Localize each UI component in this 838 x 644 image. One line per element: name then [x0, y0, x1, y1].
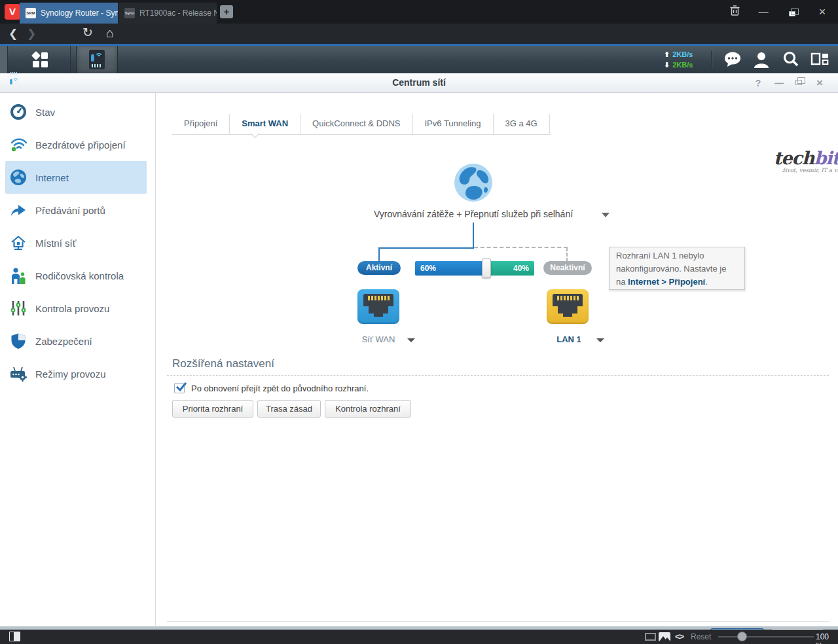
lan-dropdown-icon[interactable]: [596, 338, 604, 342]
sidebar-item-rezimy-provozu[interactable]: Režimy provozu: [5, 357, 147, 390]
restore-checkbox-label: Po obnovení přejít zpět do původního roz…: [191, 384, 369, 393]
zoom-level: 100 %: [816, 632, 838, 644]
show-desktop-button[interactable]: [0, 46, 8, 73]
browser-close-button[interactable]: ×: [816, 5, 829, 18]
mode-selector-dropdown-icon[interactable]: [602, 213, 610, 217]
sidebar-label: Bezdrátové připojení: [35, 139, 126, 151]
notifications-icon[interactable]: [723, 50, 742, 69]
sidebar-item-rodicovska-kontrola[interactable]: Rodičovská kontrola: [5, 259, 147, 292]
images-toggle-icon[interactable]: [659, 632, 670, 641]
advanced-settings-heading: Rozšířená nastavení: [172, 357, 274, 370]
reload-button[interactable]: ↻: [80, 25, 96, 41]
srm-favicon-icon: SRM: [26, 8, 36, 18]
minimize-button[interactable]: —: [771, 77, 787, 90]
load-balance-slider[interactable]: 60% 40%: [415, 261, 534, 276]
sidebar-label: Místní síť: [35, 238, 76, 249]
sidebar-label: Internet: [35, 172, 69, 183]
router-gear-icon: [9, 365, 27, 383]
shield-icon: [9, 332, 27, 350]
connector-line: [378, 247, 380, 262]
sidebar-label: Režimy provozu: [35, 368, 106, 380]
main-menu-icon: [32, 52, 48, 68]
browser-tab-title: RT1900ac - Release Note | S: [139, 9, 217, 18]
back-button[interactable]: ❮: [5, 26, 21, 42]
browser-minimize-button[interactable]: —: [757, 5, 770, 18]
upload-speed: 2KB/s: [672, 49, 693, 60]
zoom-slider-track[interactable]: [718, 636, 814, 637]
connector-line: [473, 223, 474, 247]
maximize-button[interactable]: [795, 80, 802, 85]
wifi-icon: [9, 135, 27, 154]
internet-globe-icon: [453, 162, 494, 206]
user-options-icon[interactable]: [752, 50, 771, 69]
mode-selector-label: Vyrovnávání zátěže + Přepnutí služeb při…: [374, 209, 573, 219]
forward-button[interactable]: ❯: [24, 26, 39, 42]
tab-smart-wan[interactable]: Smart WAN: [230, 114, 301, 134]
sidebar-item-bezdratove-pripojeni[interactable]: Bezdrátové připojení: [5, 128, 147, 161]
footer-divider: [167, 621, 829, 622]
sidebar-item-predavani-portu[interactable]: Předávání portů: [5, 194, 147, 226]
help-button[interactable]: ?: [750, 77, 766, 90]
sidebar-label: Kontrola provozu: [35, 303, 109, 314]
sidebar: Stav Bezdrátové připojení Internet: [0, 93, 156, 626]
sidebar-item-mistni-sit[interactable]: Místní síť: [5, 226, 147, 259]
tab-3g-4g[interactable]: 3G a 4G: [494, 114, 550, 134]
browser-tab-title: Synology Router - Synolog: [41, 9, 118, 18]
sidebar-label: Předávání portů: [35, 205, 105, 216]
browser-tab-inactive[interactable]: Syno RT1900ac - Release Note | S: [118, 3, 217, 24]
vivaldi-logo-icon[interactable]: V: [5, 4, 20, 20]
screen: V SRM Synology Router - Synolog Syno RT1…: [0, 0, 838, 644]
smart-wan-panel: Připojení Smart WAN QuickConnect & DDNS …: [156, 93, 838, 626]
policy-route-button[interactable]: Trasa zásad: [257, 400, 321, 418]
zoom-reset-label[interactable]: Reset: [691, 632, 711, 641]
synology-favicon-icon: Syno: [124, 8, 135, 18]
home-button[interactable]: ⌂: [102, 25, 118, 41]
sidebar-item-zabezpeceni[interactable]: Zabezpečení: [5, 325, 147, 357]
wan-share: 60%: [415, 261, 486, 276]
wan-dropdown-icon[interactable]: [407, 338, 415, 342]
taskbar-divider: [712, 51, 712, 68]
connector-line: [378, 247, 474, 249]
tab-quickconnect-ddns[interactable]: QuickConnect & DDNS: [301, 114, 412, 134]
sidebar-label: Zabezpečení: [35, 336, 92, 347]
zoom-slider-handle[interactable]: [737, 632, 747, 641]
parental-control-icon: [9, 266, 27, 285]
sidebar-item-internet[interactable]: Internet: [5, 161, 147, 194]
trash-icon[interactable]: [728, 5, 741, 18]
interface-check-button[interactable]: Kontrola rozhraní: [325, 400, 411, 418]
lan-share: 40%: [486, 261, 534, 276]
connector-line-dashed: [474, 247, 568, 248]
srm-taskbar: ⬆2KB/s ⬇2KB/s: [0, 46, 838, 73]
interface-priority-button[interactable]: Priorita rozhraní: [172, 400, 253, 418]
lan-port-icon: [547, 289, 589, 324]
connector-line-dashed: [566, 247, 568, 262]
new-tab-button[interactable]: +: [220, 5, 233, 18]
page-frame-icon[interactable]: [645, 633, 656, 641]
browser-tab-bar: V SRM Synology Router - Synolog Syno RT1…: [0, 0, 838, 24]
sidebar-item-kontrola-provozu[interactable]: Kontrola provozu: [5, 292, 147, 325]
window-title-bar[interactable]: Centrum sítí ? — ×: [0, 73, 838, 93]
network-center-taskbar-button[interactable]: [76, 46, 118, 73]
panel-visibility-icon[interactable]: [9, 632, 20, 641]
close-button[interactable]: ×: [812, 77, 828, 90]
widgets-icon[interactable]: [810, 50, 829, 69]
tab-pripojeni[interactable]: Připojení: [172, 114, 230, 134]
home-network-icon: [9, 234, 27, 252]
lan-port-label: LAN 1: [539, 334, 598, 344]
techbit-watermark: techbit.cz život, vesmír, IT a vůbec...: [750, 148, 838, 173]
window-title: Centrum sítí: [0, 77, 838, 88]
active-status-badge: Aktivní: [357, 261, 401, 275]
browser-tab-active[interactable]: SRM Synology Router - Synolog: [20, 3, 118, 24]
window-tabs: Připojení Smart WAN QuickConnect & DDNS …: [172, 114, 551, 135]
lan-warning-tooltip: Rozhraní LAN 1 nebylo nakonfigurováno. N…: [609, 247, 745, 290]
tab-ipv6-tunneling[interactable]: IPv6 Tunneling: [413, 114, 494, 134]
internet-pripojeni-link[interactable]: Internet > Připojení: [628, 277, 705, 287]
restore-checkbox[interactable]: [174, 383, 185, 393]
page-actions-icon[interactable]: <>: [675, 632, 683, 641]
sidebar-item-stav[interactable]: Stav: [5, 96, 147, 128]
browser-restore-button[interactable]: [786, 5, 799, 18]
sidebar-label: Rodičovská kontrola: [35, 270, 124, 281]
slider-handle[interactable]: [482, 259, 491, 278]
search-taskbar-icon[interactable]: [781, 50, 801, 69]
main-menu-button[interactable]: [9, 46, 71, 73]
